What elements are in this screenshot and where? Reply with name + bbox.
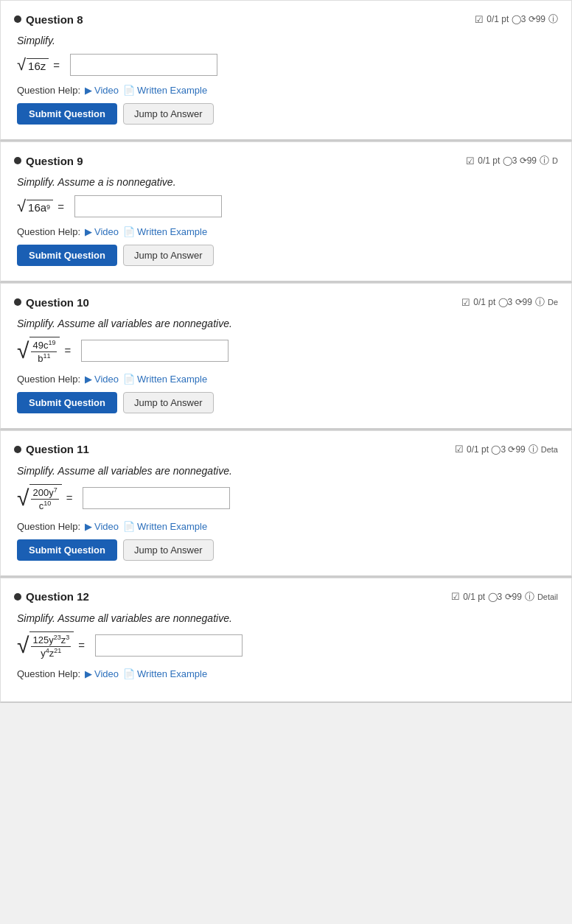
video-link-q9[interactable]: ▶ Video: [85, 226, 119, 237]
answer-input-q9[interactable]: [74, 195, 222, 217]
video-link-q8[interactable]: ▶ Video: [85, 85, 119, 96]
help-label-q10: Question Help:: [17, 374, 80, 385]
question-12-label: Question 12: [26, 590, 89, 603]
question-9-help: Question Help: ▶ Video 📄 Written Example: [17, 226, 555, 237]
video-link-q10[interactable]: ▶ Video: [85, 374, 119, 385]
question-9-body: Simplify. Assume a is nonnegative. √ 16a…: [14, 176, 558, 266]
written-example-link-q8[interactable]: 📄 Written Example: [123, 85, 207, 96]
video-icon-q9: ▶: [85, 226, 92, 237]
question-12-meta: ☑ 0/1 pt ◯3 ⟳99 ⓘ Detail: [451, 590, 558, 603]
written-example-link-q12[interactable]: 📄 Written Example: [123, 668, 207, 679]
question-11-meta-text: 0/1 pt ◯3 ⟳99: [467, 444, 526, 455]
help-label-q8: Question Help:: [17, 85, 80, 96]
question-8-math-row: √ 16z =: [17, 54, 555, 76]
question-12-block: Question 12 ☑ 0/1 pt ◯3 ⟳99 ⓘ Detail Sim…: [0, 578, 572, 703]
fraction-num-q12: 125y23z3: [31, 634, 71, 647]
submit-button-q11[interactable]: Submit Question: [17, 539, 117, 561]
jump-button-q8[interactable]: Jump to Answer: [123, 103, 214, 125]
video-link-q11[interactable]: ▶ Video: [85, 521, 119, 532]
question-9-buttons: Submit Question Jump to Answer: [17, 245, 555, 266]
bookmark-icon: ☑: [475, 14, 484, 25]
question-8-body: Simplify. √ 16z = Question Help: ▶ Video…: [14, 35, 558, 125]
answer-input-q10[interactable]: [81, 340, 229, 362]
question-10-help: Question Help: ▶ Video 📄 Written Example: [17, 374, 555, 385]
doc-icon-q12: 📄: [123, 668, 135, 679]
radical-q10: √ 49c19 b11: [17, 337, 60, 365]
jump-button-q10[interactable]: Jump to Answer: [123, 392, 214, 413]
radical-content-q12: 125y23z3 y4z21: [29, 631, 74, 659]
question-10-math-row: √ 49c19 b11 =: [17, 337, 555, 365]
detail-q10: De: [548, 298, 558, 307]
question-11-title: Question 11: [14, 443, 89, 455]
question-11-body: Simplify. Assume all variables are nonne…: [14, 465, 558, 561]
bullet-icon-q10: [14, 298, 21, 306]
question-9-header: Question 9 ☑ 0/1 pt ◯3 ⟳99 ⓘ D: [14, 154, 558, 167]
video-icon-q10: ▶: [85, 374, 92, 385]
answer-input-q8[interactable]: [70, 54, 217, 76]
radical-content-q8: 16z: [27, 58, 49, 72]
submit-button-q8[interactable]: Submit Question: [17, 103, 117, 125]
question-8-meta: ☑ 0/1 pt ◯3 ⟳99 ⓘ: [475, 13, 558, 26]
question-9-meta-text: 0/1 pt ◯3 ⟳99: [478, 155, 537, 166]
doc-icon-q10: 📄: [123, 374, 135, 385]
jump-button-q9[interactable]: Jump to Answer: [123, 245, 214, 266]
radical-q12: √ 125y23z3 y4z21: [17, 631, 74, 659]
fraction-q12: 125y23z3 y4z21: [31, 634, 71, 659]
radical-q9: √ 16a9: [17, 198, 53, 214]
bullet-icon: [14, 15, 21, 23]
written-example-link-q9[interactable]: 📄 Written Example: [123, 226, 207, 237]
detail-q9: D: [552, 156, 558, 165]
question-11-help: Question Help: ▶ Video 📄 Written Example: [17, 521, 555, 532]
question-9-title: Question 9: [14, 155, 83, 167]
question-11-meta: ☑ 0/1 pt ◯3 ⟳99 ⓘ Deta: [455, 443, 558, 456]
fraction-den-q12: y4z21: [39, 647, 63, 659]
equals-q9: =: [57, 200, 64, 213]
question-8-meta-text: 0/1 pt ◯3 ⟳99: [486, 14, 545, 24]
info-icon-q12: ⓘ: [525, 590, 534, 603]
doc-icon-q11: 📄: [123, 521, 135, 532]
question-10-meta: ☑ 0/1 pt ◯3 ⟳99 ⓘ De: [461, 295, 558, 309]
fraction-num-q10: 49c19: [31, 339, 57, 352]
video-link-q12[interactable]: ▶ Video: [85, 668, 119, 679]
submit-button-q9[interactable]: Submit Question: [17, 245, 117, 266]
question-9-math-expr: √ 16a9 =: [17, 198, 69, 214]
fraction-q11: 200y7 c10: [31, 486, 58, 512]
question-12-title: Question 12: [14, 590, 89, 603]
written-example-link-q10[interactable]: 📄 Written Example: [123, 374, 207, 385]
question-12-help: Question Help: ▶ Video 📄 Written Example: [17, 668, 555, 679]
question-8-label: Question 8: [26, 13, 83, 26]
question-9-instruction: Simplify. Assume a is nonnegative.: [17, 176, 555, 188]
equals-q11: =: [66, 491, 73, 504]
fraction-num-q11: 200y7: [31, 486, 58, 500]
sqrt-icon-q10: √: [17, 340, 29, 362]
question-10-buttons: Submit Question Jump to Answer: [17, 392, 555, 413]
info-icon-q11: ⓘ: [529, 443, 538, 456]
video-icon-q12: ▶: [85, 668, 92, 679]
question-10-body: Simplify. Assume all variables are nonne…: [14, 318, 558, 413]
question-9-block: Question 9 ☑ 0/1 pt ◯3 ⟳99 ⓘ D Simplify.…: [0, 141, 572, 282]
jump-button-q11[interactable]: Jump to Answer: [123, 539, 214, 561]
question-8-header: Question 8 ☑ 0/1 pt ◯3 ⟳99 ⓘ: [14, 13, 558, 26]
radical-content-q10: 49c19 b11: [29, 337, 60, 365]
sqrt-icon-q11: √: [17, 487, 29, 509]
doc-icon-q9: 📄: [123, 226, 135, 237]
question-8-math-expr: √ 16z =: [17, 57, 64, 73]
question-11-math-expr: √ 200y7 c10 =: [17, 484, 77, 512]
detail-q11: Deta: [541, 445, 558, 454]
fraction-q10: 49c19 b11: [31, 339, 57, 365]
bookmark-icon-q11: ☑: [455, 444, 464, 455]
answer-input-q12[interactable]: [95, 634, 243, 657]
question-9-meta: ☑ 0/1 pt ◯3 ⟳99 ⓘ D: [466, 154, 558, 167]
help-label-q11: Question Help:: [17, 521, 80, 532]
video-icon-q11: ▶: [85, 521, 92, 532]
question-10-block: Question 10 ☑ 0/1 pt ◯3 ⟳99 ⓘ De Simplif…: [0, 283, 572, 430]
bookmark-icon-q9: ☑: [466, 155, 475, 167]
info-icon-q9: ⓘ: [540, 154, 549, 167]
question-12-math-row: √ 125y23z3 y4z21 =: [17, 631, 555, 659]
question-8-instruction: Simplify.: [17, 35, 555, 46]
submit-button-q10[interactable]: Submit Question: [17, 392, 117, 413]
answer-input-q11[interactable]: [83, 487, 230, 509]
question-9-label: Question 9: [26, 155, 83, 167]
radical-content-q11: 200y7 c10: [29, 484, 61, 512]
written-example-link-q11[interactable]: 📄 Written Example: [123, 521, 207, 532]
